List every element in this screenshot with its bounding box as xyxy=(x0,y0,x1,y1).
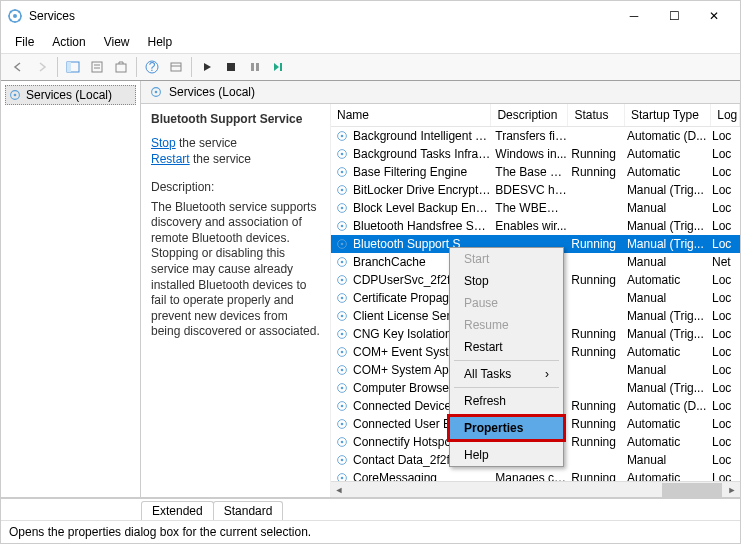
cell-name: Background Intelligent Tran... xyxy=(353,129,495,143)
ctx-refresh[interactable]: Refresh xyxy=(450,390,563,412)
list-header: Name Description Status Startup Type Log xyxy=(331,104,740,127)
gear-icon xyxy=(335,381,349,395)
cell-logon: Net xyxy=(712,255,740,269)
cell-logon: Loc xyxy=(712,399,740,413)
title-bar: Services ─ ☐ ✕ xyxy=(1,1,740,31)
cell-startup: Automatic xyxy=(627,345,712,359)
svg-point-45 xyxy=(341,351,344,354)
services-icon xyxy=(8,88,22,102)
col-header-name[interactable]: Name xyxy=(331,104,491,126)
svg-point-53 xyxy=(341,423,344,426)
service-row[interactable]: Bluetooth Handsfree ServiceEnables wir..… xyxy=(331,217,740,235)
cell-status: Running xyxy=(571,435,627,449)
back-button[interactable] xyxy=(7,56,29,78)
cell-logon: Loc xyxy=(712,309,740,323)
refresh-button[interactable] xyxy=(165,56,187,78)
cell-name: Bluetooth Handsfree Service xyxy=(353,219,495,233)
svg-rect-14 xyxy=(256,63,259,71)
menu-view[interactable]: View xyxy=(96,33,138,51)
cell-startup: Manual xyxy=(627,453,712,467)
cell-startup: Manual xyxy=(627,201,712,215)
list-rows[interactable]: Background Intelligent Tran...Transfers … xyxy=(331,127,740,481)
properties-button[interactable] xyxy=(86,56,108,78)
show-hide-tree-button[interactable] xyxy=(62,56,84,78)
maximize-button[interactable]: ☐ xyxy=(654,2,694,30)
cell-status: Running xyxy=(571,345,627,359)
help-button[interactable]: ? xyxy=(141,56,163,78)
svg-point-25 xyxy=(341,171,344,174)
cell-description: The WBENG... xyxy=(495,201,571,215)
gear-icon xyxy=(335,201,349,215)
console-tree: Services (Local) xyxy=(1,81,141,497)
cell-logon: Loc xyxy=(712,327,740,341)
svg-text:?: ? xyxy=(149,60,156,74)
cell-name: Background Tasks Infrastru... xyxy=(353,147,495,161)
ctx-properties[interactable]: Properties xyxy=(447,414,566,442)
svg-point-29 xyxy=(341,207,344,210)
ctx-all-tasks[interactable]: All Tasks xyxy=(450,363,563,385)
cell-description: Windows in... xyxy=(495,147,571,161)
cell-status: Running xyxy=(571,417,627,431)
cell-status: Running xyxy=(571,399,627,413)
svg-point-19 xyxy=(155,91,158,94)
svg-point-1 xyxy=(13,14,17,18)
cell-status: Running xyxy=(571,165,627,179)
col-header-description[interactable]: Description xyxy=(491,104,568,126)
service-row[interactable]: Background Intelligent Tran...Transfers … xyxy=(331,127,740,145)
status-bar: Opens the properties dialog box for the … xyxy=(1,520,740,543)
svg-point-51 xyxy=(341,405,344,408)
menu-help[interactable]: Help xyxy=(140,33,181,51)
gear-icon xyxy=(335,327,349,341)
col-header-startup[interactable]: Startup Type xyxy=(625,104,711,126)
svg-point-23 xyxy=(341,153,344,156)
svg-rect-3 xyxy=(67,62,71,72)
tab-standard[interactable]: Standard xyxy=(213,501,284,520)
col-header-status[interactable]: Status xyxy=(568,104,625,126)
pause-service-button[interactable] xyxy=(244,56,266,78)
cell-startup: Manual xyxy=(627,255,712,269)
horizontal-scrollbar[interactable]: ◄ ► xyxy=(331,481,740,497)
gear-icon xyxy=(335,183,349,197)
col-header-logon[interactable]: Log xyxy=(711,104,740,126)
stop-service-button[interactable] xyxy=(220,56,242,78)
ctx-help[interactable]: Help xyxy=(450,444,563,466)
scroll-thumb[interactable] xyxy=(662,483,722,497)
ctx-stop[interactable]: Stop xyxy=(450,270,563,292)
tree-node-services-local[interactable]: Services (Local) xyxy=(5,85,136,105)
minimize-button[interactable]: ─ xyxy=(614,2,654,30)
service-row[interactable]: CoreMessagingManages co...RunningAutomat… xyxy=(331,469,740,481)
cell-startup: Manual (Trig... xyxy=(627,327,712,341)
service-row[interactable]: Block Level Backup Engine ...The WBENG..… xyxy=(331,199,740,217)
restart-link[interactable]: Restart xyxy=(151,152,190,166)
close-button[interactable]: ✕ xyxy=(694,2,734,30)
right-pane: Services (Local) Bluetooth Support Servi… xyxy=(141,81,740,497)
cell-logon: Loc xyxy=(712,219,740,233)
gear-icon xyxy=(335,273,349,287)
menu-file[interactable]: File xyxy=(7,33,42,51)
scroll-left-icon[interactable]: ◄ xyxy=(331,483,347,497)
start-service-button[interactable] xyxy=(196,56,218,78)
cell-description: Enables wir... xyxy=(495,219,571,233)
restart-service-button[interactable] xyxy=(268,56,290,78)
service-row[interactable]: BitLocker Drive Encryption ...BDESVC hos… xyxy=(331,181,740,199)
cell-logon: Loc xyxy=(712,381,740,395)
service-row[interactable]: Background Tasks Infrastru...Windows in.… xyxy=(331,145,740,163)
export-list-button[interactable] xyxy=(110,56,132,78)
view-tabs: Extended Standard xyxy=(1,498,740,520)
service-row[interactable]: Base Filtering EngineThe Base Fil...Runn… xyxy=(331,163,740,181)
ctx-restart[interactable]: Restart xyxy=(450,336,563,358)
menu-action[interactable]: Action xyxy=(44,33,93,51)
description-body: The Bluetooth service supports discovery… xyxy=(151,200,320,340)
gear-icon xyxy=(335,471,349,481)
stop-link[interactable]: Stop xyxy=(151,136,176,150)
tab-extended[interactable]: Extended xyxy=(141,501,214,520)
svg-rect-15 xyxy=(280,63,282,71)
cell-logon: Loc xyxy=(712,363,740,377)
gear-icon xyxy=(335,453,349,467)
ctx-start: Start xyxy=(450,248,563,270)
forward-button[interactable] xyxy=(31,56,53,78)
cell-startup: Automatic (D... xyxy=(627,399,712,413)
cell-name: Base Filtering Engine xyxy=(353,165,495,179)
gear-icon xyxy=(335,309,349,323)
scroll-right-icon[interactable]: ► xyxy=(724,483,740,497)
